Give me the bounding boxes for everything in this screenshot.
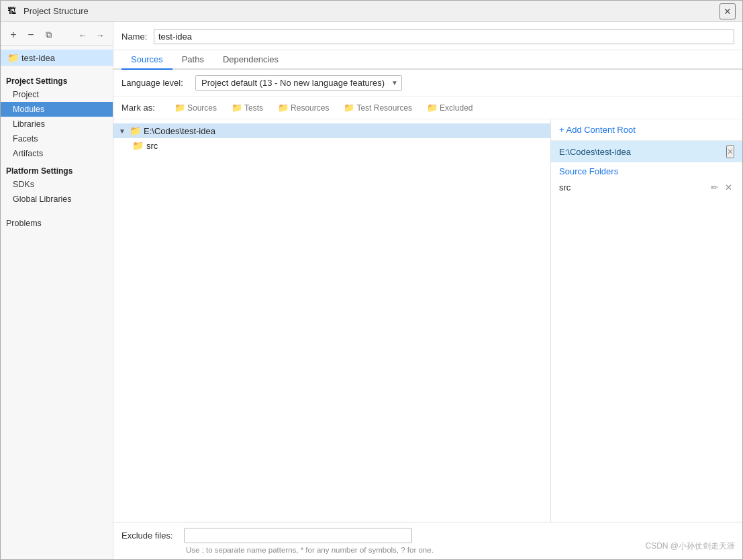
info-section: E:\Codes\test-idea × Source Folders src … <box>551 141 742 196</box>
add-content-root-btn[interactable]: + Add Content Root <box>551 119 742 141</box>
exclude-input[interactable] <box>184 528 412 543</box>
tree-child-src[interactable]: 📁 src <box>113 138 550 153</box>
source-item-remove-btn[interactable]: ✕ <box>723 182 734 193</box>
module-item-test-idea[interactable]: 📁 test-idea <box>1 50 113 66</box>
tabs-row: Sources Paths Dependencies <box>113 50 742 70</box>
lang-level-select[interactable]: Project default (13 - No new language fe… <box>195 75 402 91</box>
exclude-hint: Use ; to separate name patterns, * for a… <box>121 546 734 557</box>
project-settings-label: Project Settings <box>1 72 113 87</box>
mark-as-tests-btn[interactable]: 📁 Tests <box>226 101 268 115</box>
excluded-folder-icon: 📁 <box>427 103 438 113</box>
tree-arrow-icon: ▼ <box>119 127 127 135</box>
lang-select-wrapper: Project default (13 - No new language fe… <box>195 75 402 91</box>
mark-as-resources-btn[interactable]: 📁 Resources <box>273 101 334 115</box>
window-title: Project Structure <box>23 6 720 16</box>
sidebar-item-global-libraries[interactable]: Global Libraries <box>1 192 113 207</box>
resources-folder-icon: 📁 <box>278 103 289 113</box>
test-resources-folder-icon: 📁 <box>344 103 354 113</box>
copy-button[interactable]: ⧉ <box>41 27 56 42</box>
lang-level-label: Language level: <box>121 78 189 88</box>
back-button[interactable]: ← <box>75 27 90 42</box>
info-path-row: E:\Codes\test-idea × <box>551 141 742 162</box>
source-item-src-label: src <box>559 182 571 192</box>
mark-test-resources-label: Test Resources <box>356 103 412 113</box>
tab-paths[interactable]: Paths <box>172 50 213 70</box>
mark-as-row: Mark as: 📁 Sources 📁 Tests 📁 Resources 📁… <box>113 97 742 119</box>
module-item-label: test-idea <box>21 53 55 63</box>
module-folder-icon: 📁 <box>7 52 19 63</box>
mark-as-excluded-btn[interactable]: 📁 Excluded <box>422 101 478 115</box>
sources-folder-icon: 📁 <box>175 103 185 113</box>
close-button[interactable]: ✕ <box>720 3 736 19</box>
tab-dependencies[interactable]: Dependencies <box>213 50 288 70</box>
titlebar: 🏗 Project Structure ✕ <box>1 1 742 22</box>
tree-root-label: E:\Codes\test-idea <box>144 126 215 136</box>
info-path-text: E:\Codes\test-idea <box>559 147 631 157</box>
tree-child-label: src <box>146 141 158 151</box>
sidebar-item-problems[interactable]: Problems <box>1 215 113 231</box>
mark-excluded-label: Excluded <box>440 103 473 113</box>
source-folders-label: Source Folders <box>551 162 742 179</box>
forward-button[interactable]: → <box>93 27 107 42</box>
exclude-label: Exclude files: <box>121 530 179 541</box>
platform-settings-label: Platform Settings <box>1 161 113 177</box>
tab-sources[interactable]: Sources <box>121 50 172 70</box>
mark-as-test-resources-btn[interactable]: 📁 Test Resources <box>338 101 417 115</box>
watermark: CSDN @小孙仗剑走天涯 <box>645 541 735 552</box>
mark-as-sources-btn[interactable]: 📁 Sources <box>169 101 222 115</box>
sidebar-item-modules[interactable]: Modules <box>1 102 113 117</box>
tests-folder-icon: 📁 <box>232 103 242 113</box>
mark-tests-label: Tests <box>244 103 263 113</box>
name-input[interactable] <box>154 29 734 44</box>
sidebar: + − ⧉ ← → 📁 test-idea Project Settings P… <box>1 22 113 559</box>
sidebar-item-sdks[interactable]: SDKs <box>1 177 113 192</box>
module-list: 📁 test-idea <box>1 48 113 67</box>
tree-child-folder-icon: 📁 <box>132 140 144 151</box>
content-area: ▼ 📁 E:\Codes\test-idea 📁 src + Add Conte… <box>113 119 742 522</box>
mark-resources-label: Resources <box>291 103 329 113</box>
sidebar-item-project[interactable]: Project <box>1 87 113 102</box>
sidebar-item-artifacts[interactable]: Artifacts <box>1 146 113 161</box>
add-button[interactable]: + <box>6 27 21 42</box>
sidebar-item-facets[interactable]: Facets <box>1 131 113 146</box>
exclude-row: Exclude files: <box>121 528 734 543</box>
name-label: Name: <box>121 32 148 42</box>
app-icon: 🏗 <box>7 6 18 17</box>
right-panel: Name: Sources Paths Dependencies Languag… <box>113 22 742 559</box>
mark-sources-label: Sources <box>187 103 217 113</box>
info-panel: + Add Content Root E:\Codes\test-idea × … <box>551 119 742 522</box>
tree-panel: ▼ 📁 E:\Codes\test-idea 📁 src <box>113 119 551 522</box>
source-item-actions: ✏ ✕ <box>709 182 734 193</box>
mark-as-label: Mark as: <box>121 103 165 113</box>
name-row: Name: <box>113 22 742 50</box>
add-content-root-label: + Add Content Root <box>559 125 636 135</box>
lang-level-row: Language level: Project default (13 - No… <box>113 70 742 97</box>
sidebar-item-libraries[interactable]: Libraries <box>1 117 113 131</box>
remove-button[interactable]: − <box>23 27 38 42</box>
tree-root-item[interactable]: ▼ 📁 E:\Codes\test-idea <box>113 123 550 138</box>
info-path-close-btn[interactable]: × <box>726 145 734 158</box>
sidebar-toolbar: + − ⧉ ← → <box>1 25 113 46</box>
source-item-src: src ✏ ✕ <box>551 179 742 196</box>
tree-root-folder-icon: 📁 <box>130 125 141 136</box>
source-item-edit-btn[interactable]: ✏ <box>709 182 720 193</box>
